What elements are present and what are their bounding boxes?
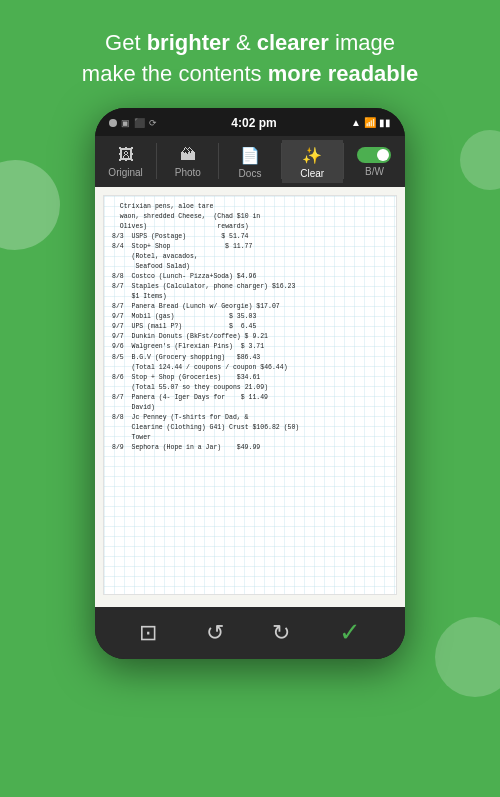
undo-button[interactable]: ↺ [206,620,224,646]
doc-line-7: 8/8 Costco (Lunch- Pizza+Soda) $4.96 [108,272,392,282]
doc-line-16: (Total 124.44 / coupons / coupon $46.44) [108,363,392,373]
redo-button[interactable]: ↻ [272,620,290,646]
doc-line-0: Ctrixian pens, aloe tare [108,202,392,212]
crop-button[interactable]: ⊡ [139,620,157,646]
doc-line-21: 8/8 Jc Penney (T-shirts for Dad, & [108,413,392,423]
toggle-knob [377,149,389,161]
doc-line-12: 9/7 UPS (mail P?) $ 6.45 [108,322,392,332]
status-icon-notification: ▣ [121,118,130,128]
status-bar: ▣ ⬛ ⟳ 4:02 pm ▲ 📶 ▮▮ [95,108,405,136]
photo-icon: 🏔 [180,146,196,164]
doc-line-18: (Total 55.07 so they coupons 21.09) [108,383,392,393]
toolbar-bw-toggle[interactable]: B/W [344,141,405,181]
doc-line-23: Tower [108,433,392,443]
doc-line-11: 9/7 Mobil (gas) $ 35.03 [108,312,392,322]
original-icon: 🖼 [118,146,134,164]
docs-icon: 📄 [240,146,260,165]
toolbar-clear[interactable]: ✨ Clear [282,140,343,183]
wifi-icon: ▲ [351,117,361,128]
confirm-button[interactable]: ✓ [339,617,361,648]
header-title: Get brighter & clearer image make the co… [30,28,470,90]
doc-area: Ctrixian pens, aloe tare waon, shredded … [95,187,405,607]
status-dot1 [109,119,117,127]
bg-circle-right-bottom [435,617,500,697]
header-clearer: clearer [257,30,329,55]
toolbar: 🖼 Original 🏔 Photo 📄 Docs ✨ Clear [95,136,405,187]
toolbar-original[interactable]: 🖼 Original [95,140,156,182]
doc-line-20: David) [108,403,392,413]
battery-icon: ▮▮ [379,117,391,128]
status-icons-right: ▲ 📶 ▮▮ [351,117,391,128]
header-line2: make the contents more readable [82,61,418,86]
doc-line-17: 8/6 Stop + Shop (Groceries) $34.61 [108,373,392,383]
status-icon-sync: ⟳ [149,118,157,128]
header-brighter: brighter [147,30,230,55]
doc-line-9: $1 Items) [108,292,392,302]
header-line1: Get brighter & clearer image [105,30,395,55]
doc-line-22: Clearine (Clothing) G41) Crust $106.82 (… [108,423,392,433]
toolbar-photo[interactable]: 🏔 Photo [157,140,218,182]
header-area: Get brighter & clearer image make the co… [0,0,500,108]
doc-line-13: 9/7 Dunkin Donuts (BkFst/coffee) $ 9.21 [108,332,392,342]
doc-line-14: 9/6 Walgreen's (Flrexian Pins) $ 3.71 [108,342,392,352]
header-more-readable: more readable [268,61,418,86]
doc-line-24: 8/9 Sephora (Hope in a Jar) $49.99 [108,443,392,453]
doc-line-6: Seafood Salad) [108,262,392,272]
doc-line-8: 8/7 Staples (Calculator, phone charger) … [108,282,392,292]
doc-line-19: 8/7 Panera (4- Iger Days for $ 11.49 [108,393,392,403]
bottom-toolbar: ⊡ ↺ ↻ ✓ [95,607,405,659]
doc-line-15: 8/5 B.G.V (Grocery shopping) $86.43 [108,353,392,363]
status-time: 4:02 pm [231,116,276,130]
phone-mockup: ▣ ⬛ ⟳ 4:02 pm ▲ 📶 ▮▮ 🖼 Original 🏔 Photo [95,108,405,659]
status-icon-photo: ⬛ [134,118,145,128]
status-icons-left: ▣ ⬛ ⟳ [109,118,157,128]
toggle-switch[interactable] [357,147,391,163]
clear-icon: ✨ [302,146,322,165]
signal-icon: 📶 [364,117,376,128]
doc-line-3: 8/3 USPS (Postage) $ 51.74 [108,232,392,242]
toolbar-docs[interactable]: 📄 Docs [219,140,280,183]
doc-line-1: waon, shredded Cheese, (Chad $10 in [108,212,392,222]
doc-line-2: Olives) rewards) [108,222,392,232]
phone-wrapper: ▣ ⬛ ⟳ 4:02 pm ▲ 📶 ▮▮ 🖼 Original 🏔 Photo [0,108,500,659]
doc-line-5: (Rotel, avacados, [108,252,392,262]
document-image: Ctrixian pens, aloe tare waon, shredded … [103,195,397,595]
doc-line-10: 8/7 Panera Bread (Lunch w/ Georgie) $17.… [108,302,392,312]
doc-line-4: 8/4 Stop+ Shop $ 11.77 [108,242,392,252]
